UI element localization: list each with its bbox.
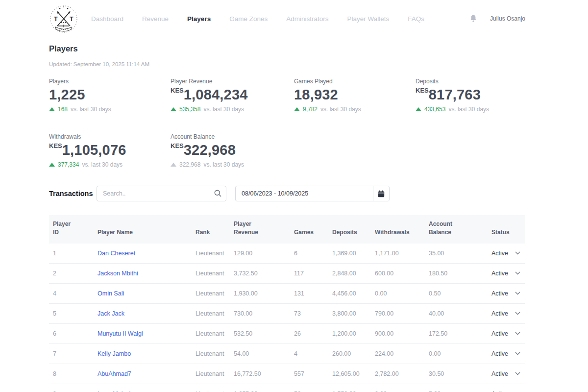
status-dropdown[interactable]: Active <box>491 290 521 297</box>
stat-delta: 9,782 vs. last 30 days <box>294 106 416 113</box>
status-dropdown[interactable]: Active <box>491 310 521 317</box>
brand-logo[interactable]: T T <box>49 4 78 34</box>
table-row: 4 Omin Sali Lieutenant 1,930.00 131 4,45… <box>49 283 525 303</box>
status-dropdown[interactable]: Active <box>491 250 521 257</box>
brand-logo-icon: T T <box>49 4 78 34</box>
cell-player-revenue: 1,255.00 <box>234 384 294 392</box>
status-dropdown[interactable]: Active <box>491 350 521 357</box>
cell-games: 557 <box>294 364 332 384</box>
table-row: 7 Kelly Jambo Lieutenant 54.00 4 260.00 … <box>49 343 525 364</box>
col-header-deposits: Deposits <box>332 215 375 244</box>
search-input[interactable] <box>97 186 226 201</box>
cell-deposits: 1,550.00 <box>332 384 375 392</box>
currency-label: KES <box>171 142 184 149</box>
stat-delta: 377,334 vs. last 30 days <box>49 161 171 168</box>
players-table: PlayerID Player Name Rank PlayerRevenue … <box>49 215 525 392</box>
calendar-button[interactable] <box>373 186 389 201</box>
cell-player-id: 6 <box>49 323 98 343</box>
cell-player-revenue: 129.00 <box>234 244 294 264</box>
cell-player-revenue: 54.00 <box>234 343 294 364</box>
top-navigation: T T Dashboard Revenue Players Game Zones… <box>49 0 525 37</box>
svg-text:T: T <box>54 16 58 23</box>
stat-card-account-balance: Account Balance KES322,968 322,968 vs. l… <box>171 133 294 168</box>
transactions-title: Transactions <box>49 190 97 197</box>
cell-rank: Lieutenant <box>196 323 234 343</box>
cell-player-revenue: 16,772.50 <box>234 364 294 384</box>
transactions-toolbar: Transactions <box>49 186 525 201</box>
stat-label: Games Played <box>294 78 416 85</box>
cell-rank: Lieutenant <box>196 364 234 384</box>
chevron-down-icon <box>515 251 520 255</box>
col-header-withdrawals: Withdrawals <box>375 215 429 244</box>
cell-rank: Lieutenant <box>196 343 234 364</box>
delta-value: 377,334 <box>58 161 79 168</box>
cell-player-id: 8 <box>49 364 98 384</box>
bell-icon[interactable] <box>469 14 477 23</box>
status-dropdown[interactable]: Active <box>491 370 521 377</box>
nav-right: Julius Osanjo <box>469 14 525 23</box>
nav-item-revenue[interactable]: Revenue <box>142 15 169 23</box>
status-value: Active <box>491 350 508 357</box>
chevron-down-icon <box>515 372 520 375</box>
stat-card-player-revenue: Player Revenue KES1,084,234 535,358 vs. … <box>171 78 294 113</box>
status-value: Active <box>491 310 508 317</box>
nav-item-faqs[interactable]: FAQs <box>408 15 424 23</box>
page-title: Players <box>49 44 525 53</box>
player-name-link[interactable]: Dan Cheseret <box>98 250 135 257</box>
nav-item-dashboard[interactable]: Dashboard <box>91 15 123 23</box>
cell-rank: Lieutenant <box>196 303 234 323</box>
cell-account-balance: 35.00 <box>429 244 491 264</box>
stat-delta: 535,358 vs. last 30 days <box>171 106 294 113</box>
stat-value: 1,225 <box>49 87 171 103</box>
col-header-account-balance: AccountBalance <box>429 215 491 244</box>
delta-suffix: vs. last 30 days <box>448 106 489 113</box>
cell-withdrawals: 2,782.00 <box>375 364 429 384</box>
search-icon[interactable] <box>214 190 221 197</box>
cell-deposits: 260.00 <box>332 343 375 364</box>
cell-player-revenue: 1,930.00 <box>234 283 294 303</box>
stat-label: Deposits <box>416 78 525 85</box>
delta-value: 433,653 <box>424 106 445 113</box>
stat-value: KES1,105,076 <box>49 142 171 158</box>
player-name-link[interactable]: Omin Sali <box>98 290 124 297</box>
player-name-link[interactable]: Jackson Mbithi <box>98 270 138 277</box>
stat-delta: 322,968 vs. last 30 days <box>171 161 294 168</box>
cell-deposits: 1,369.00 <box>332 244 375 264</box>
cell-account-balance: 0.50 <box>429 283 491 303</box>
stat-delta: 433,653 vs. last 30 days <box>416 106 525 113</box>
calendar-icon <box>378 190 385 197</box>
player-name-link[interactable]: Kelly Jambo <box>98 350 131 357</box>
status-dropdown[interactable]: Active <box>491 330 521 337</box>
delta-value: 322,968 <box>179 161 200 168</box>
nav-item-administrators[interactable]: Administrators <box>286 15 328 23</box>
cell-account-balance: 30.50 <box>429 364 491 384</box>
status-dropdown[interactable]: Active <box>491 270 521 277</box>
currency-label: KES <box>171 87 184 94</box>
stat-card-withdrawals: Withdrawals KES1,105,076 377,334 vs. las… <box>49 133 171 168</box>
cell-rank: Lieutenant <box>196 283 234 303</box>
user-menu[interactable]: Julius Osanjo <box>490 15 525 22</box>
date-range-picker <box>235 186 390 201</box>
trend-neutral-icon <box>171 163 176 167</box>
nav-item-player-wallets[interactable]: Player Wallets <box>347 15 389 23</box>
table-row: 1 Dan Cheseret Lieutenant 129.00 6 1,369… <box>49 244 525 264</box>
cell-withdrawals: 224.00 <box>375 343 429 364</box>
status-value: Active <box>491 370 508 377</box>
nav-item-game-zones[interactable]: Game Zones <box>229 15 268 23</box>
cell-player-id: 7 <box>49 343 98 364</box>
cell-deposits: 4,456.00 <box>332 283 375 303</box>
table-row: 9 Leon Mujesia Lieutenant 1,255.00 56 1,… <box>49 384 525 392</box>
cell-withdrawals: 1,171.00 <box>375 244 429 264</box>
cell-player-id: 5 <box>49 303 98 323</box>
updated-timestamp: Updated: September 10, 2025 11:14 AM <box>49 61 525 67</box>
nav-item-players[interactable]: Players <box>187 15 211 23</box>
currency-label: KES <box>49 142 62 149</box>
player-name-link[interactable]: Jack Jack <box>98 310 124 317</box>
stat-label: Account Balance <box>171 133 294 140</box>
player-name-link[interactable]: Munyutu II Waigi <box>98 330 143 337</box>
table-row: 5 Jack Jack Lieutenant 730.00 73 3,800.0… <box>49 303 525 323</box>
date-range-input[interactable] <box>236 186 373 201</box>
player-name-link[interactable]: AbuAhmad7 <box>98 370 131 377</box>
table-header-row: PlayerID Player Name Rank PlayerRevenue … <box>49 215 525 244</box>
svg-text:T: T <box>70 16 74 23</box>
